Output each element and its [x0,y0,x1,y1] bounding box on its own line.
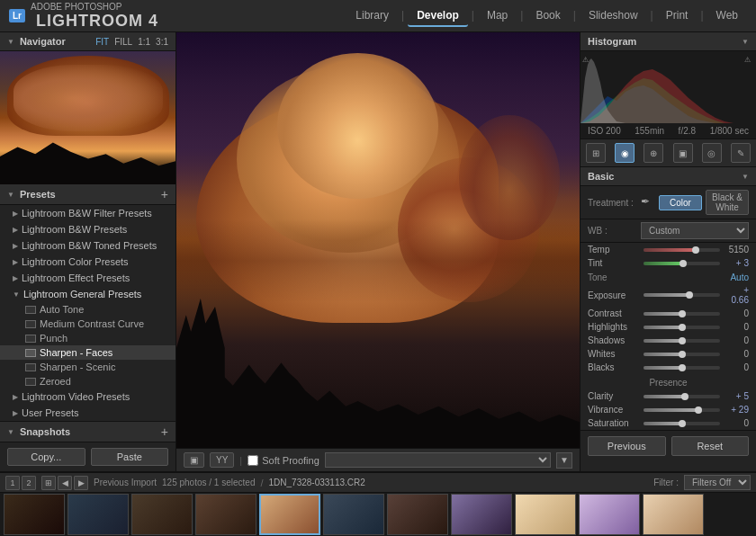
radial-filter-tool[interactable]: ◎ [702,143,722,163]
snapshots-label: Snapshots [20,426,156,437]
preset-punch[interactable]: Punch [0,331,176,345]
preset-group-bw-filter[interactable]: ▶ Lightroom B&W Filter Presets [0,205,176,221]
blacks-slider[interactable] [644,366,720,370]
tint-slider[interactable] [644,262,720,265]
film-thumb-6[interactable] [323,494,384,535]
zoom-3-1[interactable]: 3:1 [156,37,168,47]
nav-map[interactable]: Map [478,5,517,27]
spot-removal-tool[interactable]: ◉ [615,143,634,163]
nav-library[interactable]: Library [346,5,398,27]
navigator-label: Navigator [20,36,90,47]
shadows-value: 0 [724,335,749,345]
nav-book[interactable]: Book [526,5,569,27]
shadows-label: Shadows [588,335,640,345]
bw-treatment-btn[interactable]: Black & White [706,190,749,215]
preset-group-user[interactable]: ▶ User Presets [0,405,176,421]
navigator-toggle[interactable]: ▼ [7,38,14,46]
preset-groups: ▶ Lightroom B&W Filter Presets ▶ Lightro… [0,205,176,421]
presets-section: ▼ Presets + ▶ Lightroom B&W Filter Prese… [0,184,176,442]
preset-group-video[interactable]: ▶ Lightroom Video Presets [0,389,176,405]
view-compare-btn[interactable]: YY [210,452,234,468]
preset-medium-contrast[interactable]: Medium Contrast Curve [0,317,176,331]
preset-sharpen-faces[interactable]: Sharpen - Faces [0,345,176,360]
basic-toggle[interactable]: ▼ [742,173,749,181]
crop-tool[interactable]: ⊞ [586,143,606,163]
grid-view-btn[interactable]: ⊞ [41,476,56,490]
preset-group-general[interactable]: ▼ Lightroom General Presets [0,286,176,302]
tone-label: Tone [588,272,608,282]
histogram-header[interactable]: Histogram ▼ [580,32,756,51]
nav-forward-btn[interactable]: ▶ [74,476,88,490]
wb-select[interactable]: Custom As Shot Auto Daylight Cloudy [641,222,749,239]
histogram-toggle[interactable]: ▼ [742,38,749,46]
nav-back-btn[interactable]: ◀ [58,476,72,490]
film-thumb-5[interactable] [259,494,320,535]
adjustment-brush-tool[interactable]: ✎ [731,143,751,163]
nav-web[interactable]: Web [707,5,747,27]
snapshots-header[interactable]: ▼ Snapshots + [0,421,176,442]
film-thumb-2[interactable] [68,494,129,535]
highlights-label: Highlights [588,322,640,332]
auto-btn[interactable]: Auto [730,272,749,282]
film-thumb-4[interactable] [195,494,256,535]
whites-slider[interactable] [644,353,720,356]
presets-header[interactable]: ▼ Presets + [0,184,176,205]
basic-header[interactable]: Basic ▼ [580,167,756,186]
filmstrip-btn-1[interactable]: 1 [5,476,20,490]
eyedropper-icon[interactable]: ✒ [641,195,655,210]
preset-group-color[interactable]: ▶ Lightroom Color Presets [0,254,176,270]
film-thumb-10[interactable] [579,494,640,535]
nav-develop[interactable]: Develop [408,5,468,27]
preset-group-bw-toned[interactable]: ▶ Lightroom B&W Toned Presets [0,237,176,254]
left-panel: ▼ Navigator FIT FILL 1:1 3:1 ▼ Presets + [0,32,176,471]
film-thumb-11[interactable] [643,494,704,535]
highlights-value: 0 [724,322,749,332]
view-normal-btn[interactable]: ▣ [184,452,204,468]
shadows-slider[interactable] [644,339,720,343]
saturation-slider[interactable] [644,422,720,425]
previous-button[interactable]: Previous [588,436,666,456]
toolbar-expand-btn[interactable]: ▼ [556,452,572,469]
vibrance-slider[interactable] [644,408,720,412]
paste-button[interactable]: Paste [91,448,169,466]
exposure-slider[interactable] [644,293,720,297]
preset-sharpen-scenic[interactable]: Sharpen - Scenic [0,360,176,374]
zoom-fit[interactable]: FIT [95,37,109,47]
preset-auto-tone[interactable]: Auto Tone [0,302,176,317]
snapshots-toggle[interactable]: ▼ [7,428,14,436]
soft-proofing-checkbox[interactable] [248,455,258,466]
color-treatment-btn[interactable]: Color [659,195,702,210]
soft-proofing-select[interactable] [325,452,551,468]
contrast-slider[interactable] [644,312,720,316]
temp-slider[interactable] [644,248,720,252]
navigator-header[interactable]: ▼ Navigator FIT FILL 1:1 3:1 [0,32,176,51]
reset-button[interactable]: Reset [671,436,750,456]
film-thumb-8[interactable] [451,494,512,535]
clarity-slider[interactable] [644,395,720,398]
snapshots-add-btn[interactable]: + [161,425,168,438]
highlights-slider[interactable] [644,326,720,329]
presets-label: Presets [20,189,156,200]
zoom-1-1[interactable]: 1:1 [138,37,150,47]
copy-button[interactable]: Copy... [7,448,86,466]
graduated-filter-tool[interactable]: ▣ [673,143,693,163]
red-eye-tool[interactable]: ⊕ [644,143,663,163]
filmstrip-btn-2[interactable]: 2 [22,476,36,490]
previous-import-label: Previous Import [94,478,157,487]
filter-select[interactable]: Filters Off Flagged Rated [684,475,751,490]
navigator-image [0,51,176,184]
zoom-fill[interactable]: FILL [114,37,132,47]
film-thumb-7[interactable] [387,494,448,535]
film-thumb-9[interactable] [515,494,576,535]
nav-slideshow[interactable]: Slideshow [580,5,647,27]
presets-toggle[interactable]: ▼ [7,191,14,199]
film-thumb-1[interactable] [4,494,65,535]
treatment-label: Treatment : [588,198,637,208]
preset-group-effect[interactable]: ▶ Lightroom Effect Presets [0,270,176,286]
preset-zeroed[interactable]: Zeroed [0,374,176,389]
filename-label: 1DN_7328-033113.CR2 [269,478,365,487]
preset-group-bw[interactable]: ▶ Lightroom B&W Presets [0,221,176,237]
film-thumb-3[interactable] [131,494,193,535]
nav-print[interactable]: Print [657,5,698,27]
presets-add-btn[interactable]: + [161,188,168,201]
